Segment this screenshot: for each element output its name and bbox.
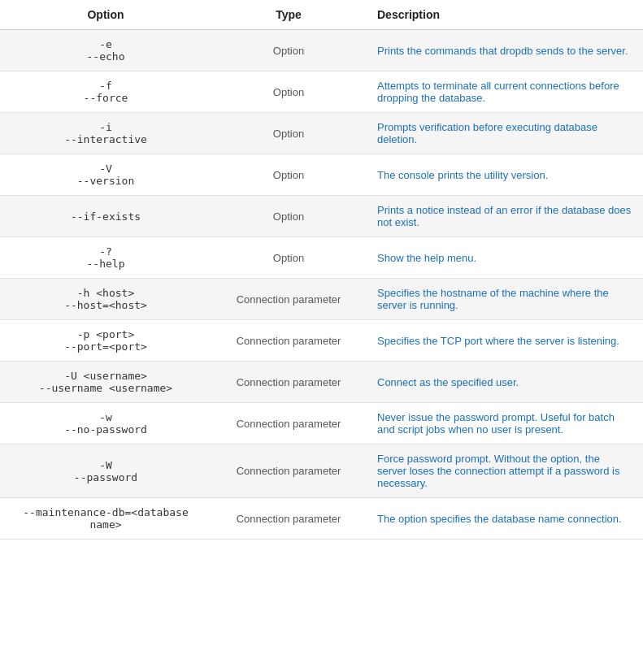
option-text: --host=<host> (11, 299, 200, 311)
option-text: --help (11, 258, 200, 270)
type-cell: Connection parameter (211, 403, 366, 444)
option-cell: -?--help (0, 237, 211, 279)
option-text: --force (11, 92, 200, 104)
type-cell: Option (211, 154, 366, 196)
option-cell: -V--version (0, 154, 211, 196)
option-text: -i (11, 121, 200, 133)
type-cell: Connection parameter (211, 279, 366, 320)
option-text: --username <username> (11, 382, 200, 394)
option-text: --password (11, 471, 200, 483)
option-text: -U <username> (11, 370, 200, 382)
option-cell: -f--force (0, 72, 211, 113)
table-row: -p <port>--port=<port>Connection paramet… (0, 320, 643, 362)
option-text: -h <host> (11, 287, 200, 299)
option-text: -W (11, 459, 200, 471)
option-cell: -e--echo (0, 30, 211, 72)
description-cell: Specifies the hostname of the machine wh… (366, 279, 643, 320)
type-cell: Option (211, 113, 366, 154)
description-cell: Prompts verification before executing da… (366, 113, 643, 154)
option-text: --maintenance-db=<database name> (11, 506, 200, 531)
option-text: -f (11, 80, 200, 92)
option-text: -? (11, 245, 200, 258)
option-cell: --maintenance-db=<database name> (0, 498, 211, 540)
option-text: --if-exists (11, 210, 200, 223)
description-cell: The option specifies the database name c… (366, 498, 643, 540)
description-cell: The console prints the utility version. (366, 154, 643, 196)
type-cell: Option (211, 30, 366, 72)
type-cell: Option (211, 72, 366, 113)
option-cell: -W--password (0, 444, 211, 498)
type-cell: Connection parameter (211, 498, 366, 540)
description-cell: Specifies the TCP port where the server … (366, 320, 643, 362)
option-cell: -p <port>--port=<port> (0, 320, 211, 362)
header-type: Type (211, 0, 366, 30)
description-cell: Connect as the specified user. (366, 362, 643, 403)
option-text: -V (11, 163, 200, 175)
table-row: -V--versionOptionThe console prints the … (0, 154, 643, 196)
table-row: -w--no-passwordConnection parameterNever… (0, 403, 643, 444)
option-text: -e (11, 38, 200, 50)
table-row: --if-existsOptionPrints a notice instead… (0, 196, 643, 237)
option-text: -w (11, 411, 200, 423)
table-row: -i--interactiveOptionPrompts verificatio… (0, 113, 643, 154)
description-cell: Attempts to terminate all current connec… (366, 72, 643, 113)
table-row: --maintenance-db=<database name>Connecti… (0, 498, 643, 540)
description-cell: Prints a notice instead of an error if t… (366, 196, 643, 237)
option-cell: -w--no-password (0, 403, 211, 444)
type-cell: Connection parameter (211, 444, 366, 498)
table-row: -h <host>--host=<host>Connection paramet… (0, 279, 643, 320)
option-text: --no-password (11, 423, 200, 436)
table-row: -U <username>--username <username>Connec… (0, 362, 643, 403)
type-cell: Option (211, 237, 366, 279)
header-option: Option (0, 0, 211, 30)
option-text: --echo (11, 50, 200, 63)
description-cell: Prints the commands that dropdb sends to… (366, 30, 643, 72)
option-cell: --if-exists (0, 196, 211, 237)
type-cell: Connection parameter (211, 362, 366, 403)
type-cell: Connection parameter (211, 320, 366, 362)
description-cell: Force password prompt. Without the optio… (366, 444, 643, 498)
type-cell: Option (211, 196, 366, 237)
table-row: -?--helpOptionShow the help menu. (0, 237, 643, 279)
option-cell: -U <username>--username <username> (0, 362, 211, 403)
header-description: Description (366, 0, 643, 30)
option-text: --version (11, 175, 200, 187)
option-text: --interactive (11, 133, 200, 145)
description-cell: Show the help menu. (366, 237, 643, 279)
table-row: -W--passwordConnection parameterForce pa… (0, 444, 643, 498)
table-row: -f--forceOptionAttempts to terminate all… (0, 72, 643, 113)
option-text: --port=<port> (11, 340, 200, 353)
option-cell: -h <host>--host=<host> (0, 279, 211, 320)
table-row: -e--echoOptionPrints the commands that d… (0, 30, 643, 72)
option-text: -p <port> (11, 328, 200, 340)
options-table: Option Type Description -e--echoOptionPr… (0, 0, 643, 540)
description-cell: Never issue the password prompt. Useful … (366, 403, 643, 444)
option-cell: -i--interactive (0, 113, 211, 154)
